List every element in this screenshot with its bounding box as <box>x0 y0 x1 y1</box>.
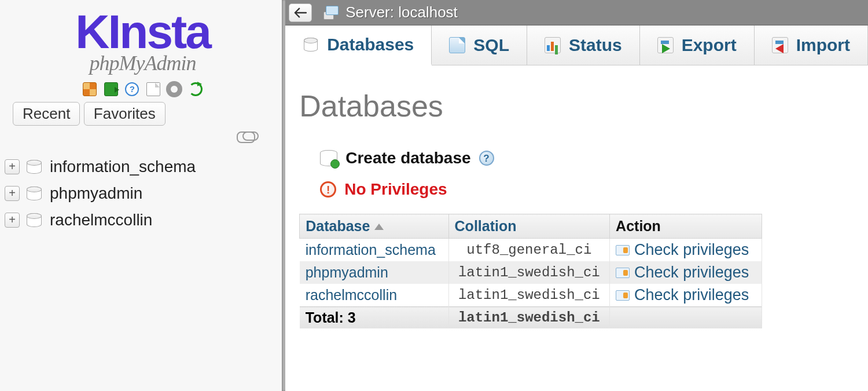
recent-button[interactable]: Recent <box>13 102 80 126</box>
content: Databases Create database ? ! No Privile… <box>285 65 868 328</box>
database-icon <box>27 160 42 174</box>
privileges-icon <box>616 290 630 301</box>
tab-status[interactable]: Status <box>527 25 640 65</box>
db-name-cell[interactable]: phpmyadmin <box>300 261 448 284</box>
create-database-row: Create database ? <box>320 149 854 167</box>
expand-icon[interactable]: + <box>5 186 20 201</box>
warning-icon: ! <box>320 181 336 198</box>
settings-icon[interactable] <box>167 82 181 96</box>
table-row: rachelmccollin latin1_swedish_ci Check p… <box>300 284 762 307</box>
databases-table: Database Collation Action information_sc… <box>299 214 762 328</box>
link-chain-icon[interactable] <box>0 131 285 143</box>
help-icon[interactable]: ? <box>125 82 139 96</box>
databases-icon <box>303 36 319 53</box>
tab-label: Databases <box>327 35 414 54</box>
help-icon[interactable]: ? <box>479 151 494 166</box>
tab-label: Import <box>796 35 850 55</box>
logo: KInsta phpMyAdmin <box>0 10 285 75</box>
privileges-icon <box>616 245 630 255</box>
db-name-cell[interactable]: rachelmccollin <box>300 284 448 307</box>
reload-icon[interactable] <box>189 82 203 96</box>
sql-icon <box>449 37 465 53</box>
logout-icon[interactable] <box>104 82 118 96</box>
no-privileges-row: ! No Privileges <box>320 180 854 199</box>
collation-cell: latin1_swedish_ci <box>448 261 610 284</box>
table-row: information_schema utf8_general_ci Check… <box>300 239 762 262</box>
check-privileges-link[interactable]: Check privileges <box>634 241 749 259</box>
total-collation: latin1_swedish_ci <box>448 307 610 329</box>
action-cell[interactable]: Check privileges <box>616 264 756 282</box>
tab-label: Export <box>682 35 737 55</box>
tree-item-label: phpmyadmin <box>50 184 142 203</box>
brand-name: KInsta <box>0 10 285 53</box>
tab-label: Status <box>569 35 622 55</box>
total-label: Total: 3 <box>300 307 448 329</box>
privileges-icon <box>616 268 630 278</box>
tree-item-label: rachelmccollin <box>50 211 152 229</box>
status-icon <box>545 37 561 53</box>
server-label: Server: localhost <box>345 3 458 21</box>
tab-export[interactable]: Export <box>640 25 755 65</box>
main-tabs: Databases SQL Status Export Import <box>285 25 868 65</box>
docs-icon[interactable] <box>146 82 160 96</box>
tab-import[interactable]: Import <box>755 25 868 65</box>
database-icon <box>27 213 42 227</box>
sidebar-toolbar: ? <box>0 82 285 96</box>
sort-asc-icon <box>374 224 384 230</box>
tree-item[interactable]: + rachelmccollin <box>5 207 285 233</box>
brand-subtitle: phpMyAdmin <box>0 51 285 75</box>
col-collation[interactable]: Collation <box>448 214 610 239</box>
check-privileges-link[interactable]: Check privileges <box>634 264 749 282</box>
home-icon[interactable] <box>83 82 97 96</box>
table-total-row: Total: 3 latin1_swedish_ci <box>300 307 762 329</box>
tab-sql[interactable]: SQL <box>432 25 527 65</box>
check-privileges-link[interactable]: Check privileges <box>634 286 749 304</box>
db-tree: + information_schema + phpmyadmin + rach… <box>5 154 285 233</box>
col-database[interactable]: Database <box>300 214 448 239</box>
back-button[interactable] <box>289 3 312 22</box>
action-cell[interactable]: Check privileges <box>616 241 756 259</box>
tab-databases[interactable]: Databases <box>285 25 432 65</box>
page-title: Databases <box>299 89 854 123</box>
tree-item[interactable]: + phpmyadmin <box>5 180 285 207</box>
expand-icon[interactable]: + <box>5 213 20 228</box>
sidebar-tabs: Recent Favorites <box>13 102 285 126</box>
main: Server: localhost Databases SQL Status E… <box>285 0 868 391</box>
tree-item-label: information_schema <box>50 158 196 176</box>
database-add-icon <box>320 150 337 166</box>
back-arrow-icon <box>294 8 307 18</box>
database-icon <box>27 187 42 200</box>
tree-item[interactable]: + information_schema <box>5 154 285 180</box>
server-bar: Server: localhost <box>285 0 868 25</box>
expand-icon[interactable]: + <box>5 159 20 174</box>
action-cell[interactable]: Check privileges <box>616 286 756 304</box>
export-icon <box>657 37 674 53</box>
collation-cell: utf8_general_ci <box>448 239 610 262</box>
db-name-cell[interactable]: information_schema <box>300 239 448 262</box>
table-row: phpmyadmin latin1_swedish_ci Check privi… <box>300 261 762 284</box>
favorites-button[interactable]: Favorites <box>84 102 165 126</box>
no-privileges-label: No Privileges <box>344 180 447 199</box>
import-icon <box>772 37 788 53</box>
server-icon <box>323 6 340 20</box>
create-database-label: Create database <box>345 149 470 167</box>
col-action: Action <box>610 214 762 239</box>
tab-label: SQL <box>473 35 509 55</box>
collation-cell: latin1_swedish_ci <box>448 284 610 307</box>
sidebar: KInsta phpMyAdmin ? Recent Favorites + i… <box>0 0 285 391</box>
